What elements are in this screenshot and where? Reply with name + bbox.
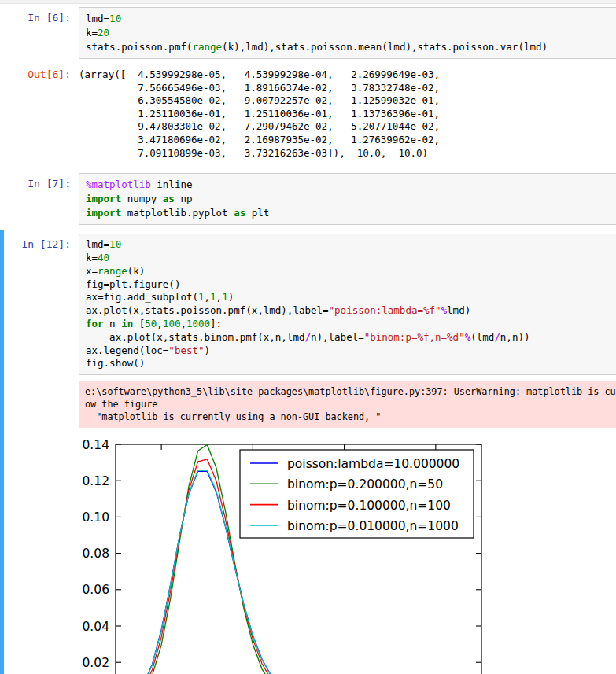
code-cell-7: In [7]: %matplotlib inlineimport numpy a… bbox=[0, 173, 616, 225]
matplotlib-figure: 0.020.040.060.080.100.120.14poisson:lamb… bbox=[79, 432, 616, 674]
output-prompt-6: Out[6]: bbox=[0, 64, 79, 80]
svg-text:binom:p=0.200000,n=50: binom:p=0.200000,n=50 bbox=[287, 477, 443, 492]
output-text-6: (array([ 4.53999298e-05, 4.53999298e-04,… bbox=[79, 64, 440, 160]
output-area-6: Out[6]: (array([ 4.53999298e-05, 4.53999… bbox=[0, 64, 616, 160]
code-editor-6[interactable]: lmd=10k=20stats.poisson.pmf(range(k),lmd… bbox=[79, 7, 616, 59]
notebook-area: In [6]: lmd=10k=20stats.poisson.pmf(rang… bbox=[0, 7, 616, 674]
svg-text:0.14: 0.14 bbox=[82, 438, 109, 452]
code-cell-12-selected: In [12]: lmd=10k=40x=range(k)fig=plt.fig… bbox=[0, 230, 616, 674]
svg-text:0.02: 0.02 bbox=[82, 656, 109, 670]
poisson-binomial-chart: 0.020.040.060.080.100.120.14poisson:lamb… bbox=[79, 432, 616, 674]
svg-text:0.08: 0.08 bbox=[82, 547, 109, 561]
selected-cell-indicator bbox=[0, 230, 4, 674]
input-prompt-12: In [12]: bbox=[0, 234, 79, 250]
svg-text:binom:p=0.010000,n=1000: binom:p=0.010000,n=1000 bbox=[287, 519, 459, 533]
svg-text:0.04: 0.04 bbox=[82, 620, 109, 634]
stderr-warning: e:\software\python3_5\lib\site-packages\… bbox=[79, 381, 616, 428]
code-cell-6: In [6]: lmd=10k=20stats.poisson.pmf(rang… bbox=[0, 7, 616, 59]
code-editor-12[interactable]: lmd=10k=40x=range(k)fig=plt.figure()ax=f… bbox=[79, 234, 616, 375]
code-editor-7[interactable]: %matplotlib inlineimport numpy as npimpo… bbox=[79, 173, 616, 225]
svg-text:0.06: 0.06 bbox=[82, 583, 109, 597]
svg-text:binom:p=0.100000,n=100: binom:p=0.100000,n=100 bbox=[287, 499, 451, 513]
svg-text:poisson:lambda=10.000000: poisson:lambda=10.000000 bbox=[287, 457, 459, 471]
page-top-divider bbox=[0, 0, 616, 4]
code-cell-12-input: In [12]: lmd=10k=40x=range(k)fig=plt.fig… bbox=[0, 230, 616, 375]
input-prompt-7: In [7]: bbox=[0, 173, 79, 190]
svg-text:0.10: 0.10 bbox=[82, 510, 109, 525]
input-prompt-6: In [6]: bbox=[0, 7, 79, 24]
svg-text:0.12: 0.12 bbox=[82, 474, 109, 488]
